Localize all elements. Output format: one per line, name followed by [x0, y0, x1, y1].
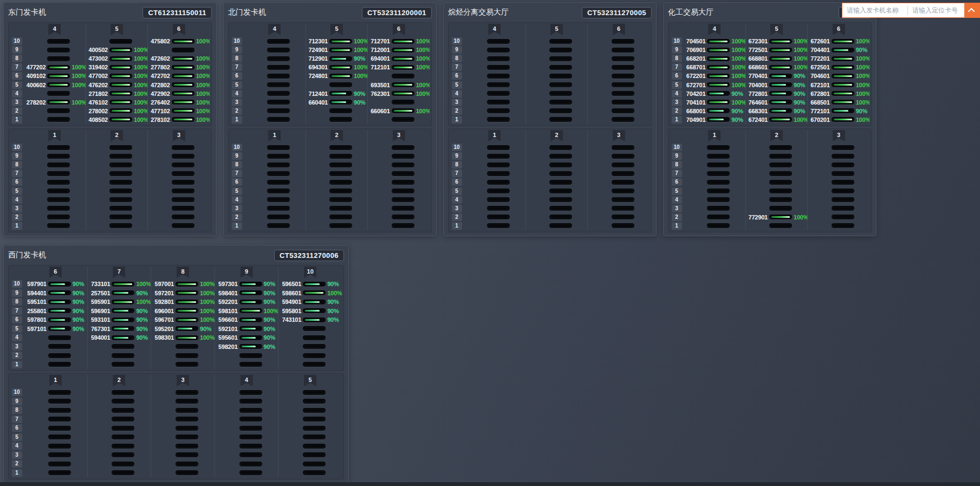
slot-row: [24, 222, 86, 230]
collapse-button[interactable]: [964, 3, 979, 17]
slot-row: [746, 160, 808, 169]
chip-row: 6: [670, 178, 684, 186]
tag-space: [670, 24, 684, 37]
battery-bar: [176, 335, 198, 340]
card-number: 672801: [808, 90, 829, 97]
card-number: 595801: [278, 308, 301, 314]
slot-row: [24, 89, 86, 98]
battery-bar: [303, 317, 326, 322]
slot-row: [244, 63, 306, 72]
battery-percent: 90%: [264, 281, 278, 287]
row-number-chip: 9: [452, 152, 462, 160]
chip-row: 1: [10, 469, 24, 478]
battery-bar: [707, 56, 730, 61]
battery-percent: 100%: [794, 64, 807, 70]
slot-row: [588, 143, 650, 152]
slot-row: [464, 98, 525, 107]
battery-percent: 100%: [196, 90, 210, 97]
battery-percent: 90%: [354, 99, 367, 106]
tag-space: [450, 130, 464, 143]
card-number: 672401: [746, 116, 768, 123]
slot-row: 724801100%: [306, 72, 368, 80]
card-number-input[interactable]: [908, 3, 964, 17]
card-number: 668801: [746, 55, 768, 62]
card-number: 477002: [86, 73, 108, 79]
slot-row: [306, 143, 368, 152]
slot-row: 672501100%: [808, 63, 869, 72]
battery-percent: 100%: [856, 55, 869, 62]
battery-percent: 100%: [200, 281, 215, 287]
card-number: 762301: [368, 90, 390, 97]
battery-bar: [267, 108, 290, 113]
chip-row: 6: [10, 315, 24, 325]
panel-header: 东门发卡机CT612311150011: [8, 5, 212, 20]
battery-bar: [109, 117, 132, 122]
battery-percent: 90%: [136, 334, 151, 341]
battery-bar: [172, 171, 194, 176]
row-number-chip: 1: [12, 469, 22, 477]
card-number: 660401: [306, 99, 328, 106]
slot-row: [86, 143, 148, 152]
battery-bar: [109, 223, 132, 228]
battery-fill: [174, 119, 192, 120]
battery-bar: [48, 308, 71, 313]
battery-bar: [267, 163, 290, 167]
slot-row: [151, 451, 215, 460]
battery-bar: [392, 215, 414, 219]
chip-row: 9: [10, 397, 24, 406]
battery-bar: [176, 417, 198, 422]
battery-bar: [176, 408, 198, 413]
column-tag: 5: [304, 375, 316, 386]
slot-row: [808, 169, 869, 178]
tag-space: [10, 375, 24, 388]
dispenser-name-input[interactable]: [842, 3, 907, 17]
slot-column: 5: [525, 24, 588, 124]
battery-percent: 100%: [856, 73, 869, 79]
battery-bar: [176, 317, 198, 322]
slot-row: [808, 222, 869, 230]
slot-row: 772901100%: [746, 213, 808, 222]
slot-row: 77040190%: [746, 72, 808, 80]
battery-fill: [49, 75, 68, 77]
slot-row: [24, 415, 87, 424]
battery-percent: 100%: [136, 281, 151, 287]
chip-row: 9: [670, 152, 684, 160]
column-tag: 10: [304, 267, 316, 278]
battery-bar: [832, 189, 854, 193]
battery-percent: 100%: [794, 55, 807, 62]
chip-row: 4: [10, 196, 24, 204]
battery-percent: 90%: [264, 326, 278, 332]
slot-column: 5672301100%772501100%668801100%668601100…: [745, 24, 808, 124]
slot-row: [215, 442, 278, 451]
battery-bar: [172, 100, 194, 105]
battery-bar: [109, 48, 132, 53]
slot-row: [588, 107, 650, 115]
slot-row: [464, 54, 525, 63]
battery-bar: [303, 326, 326, 331]
battery-bar: [303, 426, 326, 431]
slot-column: 2: [525, 130, 588, 230]
battery-bar: [549, 189, 572, 193]
battery-bar: [239, 426, 262, 431]
slot-row: [746, 204, 808, 213]
column-tag-wrap: 4: [464, 24, 525, 37]
chip-row: 3: [450, 98, 464, 107]
column-tag-wrap: 10: [278, 267, 342, 280]
battery-fill: [114, 319, 128, 321]
slot-row: [24, 46, 86, 54]
battery-bar: [239, 317, 262, 322]
battery-bar: [612, 100, 634, 105]
slot-row: [278, 333, 342, 342]
device-id-badge: CT532311200001: [362, 7, 432, 18]
chip-row: 9: [10, 289, 24, 298]
battery-bar: [176, 462, 198, 466]
chip-row: 10: [230, 37, 244, 46]
row-number-chip: 5: [672, 187, 682, 195]
battery-bar: [612, 171, 634, 176]
slot-row: 672801100%: [808, 89, 869, 98]
column-tag: 1: [48, 130, 61, 141]
battery-bar: [549, 108, 572, 113]
slot-row: [306, 80, 368, 89]
card-number: 704501: [684, 38, 705, 44]
battery-fill: [112, 67, 130, 68]
